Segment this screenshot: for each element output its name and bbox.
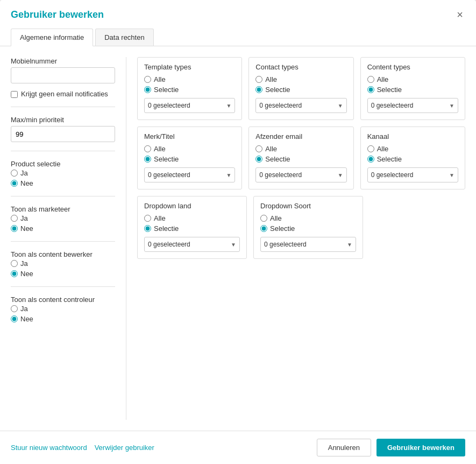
mobielnummer-input[interactable] [11, 67, 115, 83]
afzender-dropdown-arrow: ▼ [338, 172, 343, 178]
content-types-dropdown[interactable]: 0 geselecteerd ▼ [367, 98, 458, 113]
product-nee-row[interactable]: Nee [11, 179, 115, 187]
marketeer-nee-radio[interactable] [11, 225, 18, 232]
content-controleur-radio-group: Ja Nee [11, 305, 115, 323]
stuur-wachtwoord-link[interactable]: Stuur nieuw wachtwoord [11, 444, 87, 452]
merk-dropdown-arrow: ▼ [226, 172, 231, 178]
merk-alle-radio[interactable] [144, 145, 151, 152]
afzender-alle-radio[interactable] [255, 145, 262, 152]
kanaal-selectie-row[interactable]: Selectie [367, 155, 458, 163]
marketeer-ja-row[interactable]: Ja [11, 214, 115, 222]
data-row-2: Merk/Titel Alle Selectie 0 geselecteerd [137, 126, 465, 189]
afzender-selectie-radio[interactable] [255, 156, 262, 163]
afzender-alle-row[interactable]: Alle [255, 145, 346, 153]
modal-header: Gebruiker bewerken × [0, 0, 476, 21]
kanaal-alle-row[interactable]: Alle [367, 145, 458, 153]
product-ja-radio[interactable] [11, 170, 18, 177]
template-alle-radio[interactable] [144, 76, 151, 83]
content-types-selectie-radio[interactable] [367, 86, 374, 93]
product-radio-group: Ja Nee [11, 169, 115, 187]
dropdown-land-alle-row[interactable]: Alle [144, 214, 240, 222]
marketeer-nee-row[interactable]: Nee [11, 224, 115, 233]
content-controleur-label: Toon als content controleur [11, 296, 115, 304]
contact-alle-row[interactable]: Alle [255, 75, 346, 83]
kanaal-alle-radio[interactable] [367, 145, 374, 152]
prioriteit-input[interactable] [11, 126, 115, 142]
merk-dropdown[interactable]: 0 geselecteerd ▼ [144, 167, 235, 182]
divider-1 [11, 107, 115, 107]
verwijder-gebruiker-link[interactable]: Verwijder gebruiker [95, 444, 154, 452]
dropdown-soort-dropdown-arrow: ▼ [347, 242, 352, 248]
mobielnummer-field: Mobielnummer [11, 57, 115, 83]
dropdown-soort-dropdown[interactable]: 0 geselecteerd ▼ [260, 237, 356, 252]
content-types-alle-radio[interactable] [367, 76, 374, 83]
contact-dropdown[interactable]: 0 geselecteerd ▼ [255, 98, 346, 113]
dropdown-land-selectie-row[interactable]: Selectie [144, 224, 240, 233]
modal-title: Gebruiker bewerken [11, 9, 104, 20]
merk-alle-row[interactable]: Alle [144, 145, 235, 153]
merk-title: Merk/Titel [144, 132, 235, 140]
product-nee-radio[interactable] [11, 180, 18, 187]
template-dropdown[interactable]: 0 geselecteerd ▼ [144, 98, 235, 113]
contact-alle-radio[interactable] [255, 76, 262, 83]
afzender-box: Afzender email Alle Selectie 0 geselecte… [248, 126, 353, 189]
close-button[interactable]: × [454, 9, 465, 21]
product-ja-row[interactable]: Ja [11, 169, 115, 177]
marketeer-radio-group: Ja Nee [11, 214, 115, 233]
email-notificaties-checkbox[interactable] [11, 91, 18, 98]
product-selectie-group: Product selectie Ja Nee [11, 160, 115, 187]
contact-radio-group: Alle Selectie [255, 75, 346, 94]
content-bewerker-nee-radio[interactable] [11, 270, 18, 277]
merk-radio-group: Alle Selectie [144, 145, 235, 163]
tab-bar: Algemene informatie Data rechten [0, 23, 476, 46]
content-bewerker-ja-radio[interactable] [11, 260, 18, 267]
marketeer-ja-radio[interactable] [11, 215, 18, 222]
template-selectie-row[interactable]: Selectie [144, 86, 235, 94]
content-controleur-nee-row[interactable]: Nee [11, 315, 115, 323]
tab-algemene-informatie[interactable]: Algemene informatie [11, 29, 93, 46]
merk-box: Merk/Titel Alle Selectie 0 geselecteerd [137, 126, 242, 189]
contact-selectie-radio[interactable] [255, 86, 262, 93]
modal-footer: Stuur nieuw wachtwoord Verwijder gebruik… [0, 431, 476, 464]
content-controleur-ja-row[interactable]: Ja [11, 305, 115, 313]
bewerken-button[interactable]: Gebruiker bewerken [376, 439, 465, 456]
dropdown-land-selectie-radio[interactable] [144, 225, 151, 232]
merk-selectie-row[interactable]: Selectie [144, 155, 235, 163]
content-bewerker-radio-group: Ja Nee [11, 259, 115, 278]
marketeer-group: Toon als marketeer Ja Nee [11, 205, 115, 233]
tab-data-rechten[interactable]: Data rechten [95, 29, 153, 46]
dropdown-soort-box: Dropdown Soort Alle Selectie 0 geselecte… [253, 196, 363, 259]
content-controleur-ja-radio[interactable] [11, 305, 18, 312]
kanaal-dropdown[interactable]: 0 geselecteerd ▼ [367, 167, 458, 182]
divider-3 [11, 196, 115, 196]
prioriteit-label: Max/min prioriteit [11, 116, 115, 124]
template-alle-row[interactable]: Alle [144, 75, 235, 83]
afzender-selectie-row[interactable]: Selectie [255, 155, 346, 163]
dropdown-land-alle-radio[interactable] [144, 215, 151, 222]
modal: Gebruiker bewerken × Algemene informatie… [0, 0, 476, 464]
dropdown-land-dropdown[interactable]: 0 geselecteerd ▼ [144, 237, 240, 252]
afzender-dropdown[interactable]: 0 geselecteerd ▼ [255, 167, 346, 182]
template-selectie-radio[interactable] [144, 86, 151, 93]
divider-2 [11, 151, 115, 151]
template-radio-group: Alle Selectie [144, 75, 235, 94]
content-bewerker-ja-row[interactable]: Ja [11, 259, 115, 268]
content-bewerker-nee-row[interactable]: Nee [11, 270, 115, 278]
dropdown-land-dropdown-arrow: ▼ [231, 242, 236, 248]
content-controleur-nee-radio[interactable] [11, 315, 18, 322]
contact-selectie-row[interactable]: Selectie [255, 86, 346, 94]
content-controleur-group: Toon als content controleur Ja Nee [11, 296, 115, 323]
kanaal-selectie-radio[interactable] [367, 156, 374, 163]
merk-selectie-radio[interactable] [144, 156, 151, 163]
dropdown-soort-selectie-row[interactable]: Selectie [260, 224, 356, 233]
dropdown-soort-alle-row[interactable]: Alle [260, 214, 356, 222]
email-notificaties-row: Krijgt geen email notificaties [11, 90, 115, 98]
kanaal-radio-group: Alle Selectie [367, 145, 458, 163]
template-dropdown-arrow: ▼ [226, 103, 231, 109]
content-types-alle-row[interactable]: Alle [367, 75, 458, 83]
annuleren-button[interactable]: Annuleren [317, 439, 371, 456]
dropdown-soort-alle-radio[interactable] [260, 215, 267, 222]
dropdown-soort-selectie-radio[interactable] [260, 225, 267, 232]
afzender-title: Afzender email [255, 132, 346, 140]
content-types-selectie-row[interactable]: Selectie [367, 86, 458, 94]
